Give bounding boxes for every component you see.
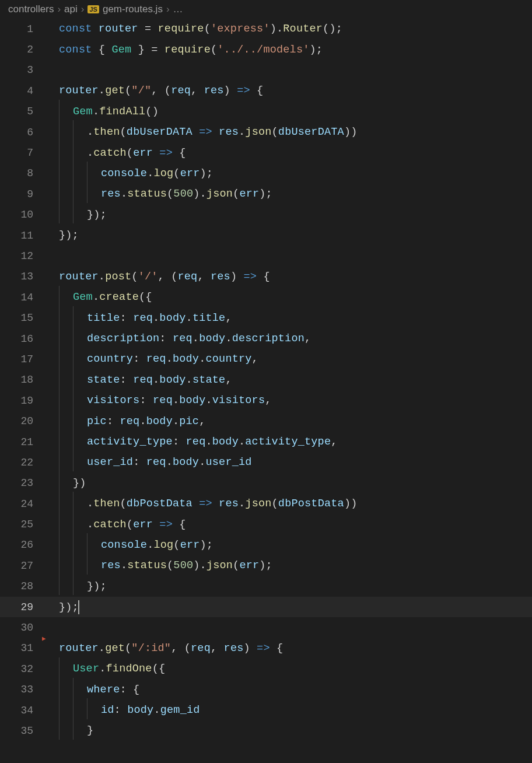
code-content[interactable]: }); — [59, 600, 79, 614]
code-content[interactable]: Gem.create({ — [73, 291, 152, 303]
line-number[interactable]: 24 — [0, 498, 38, 510]
code-line[interactable]: 30 — [0, 617, 532, 638]
code-editor[interactable]: 1const router = require('express').Route… — [0, 19, 532, 741]
fold-marker-icon[interactable]: ▶ — [42, 635, 46, 642]
line-number[interactable]: 34 — [0, 705, 38, 716]
code-content[interactable]: .catch(err => { — [87, 519, 186, 531]
breadcrumb-folder[interactable]: controllers — [8, 4, 54, 15]
code-content[interactable]: where: { — [87, 684, 139, 696]
code-line[interactable]: 35} — [0, 720, 532, 741]
code-line[interactable]: 12 — [0, 246, 532, 266]
line-number[interactable]: 20 — [0, 415, 38, 427]
code-line[interactable]: 24.then(dbPostData => res.json(dbPostDat… — [0, 494, 532, 514]
code-content[interactable]: router.get("/", (req, res) => { — [59, 85, 263, 97]
line-number[interactable]: 33 — [0, 684, 38, 695]
code-line[interactable]: 1const router = require('express').Route… — [0, 19, 532, 39]
code-line[interactable]: 14Gem.create({ — [0, 287, 532, 307]
breadcrumb-folder[interactable]: api — [64, 4, 78, 15]
code-line[interactable]: 6.then(dbUserDATA => res.json(dbUserDATA… — [0, 122, 532, 142]
line-number[interactable]: 4 — [0, 85, 38, 97]
code-line[interactable]: 31router.get("/:id", (req, res) => {▶ — [0, 638, 532, 659]
code-line[interactable]: 28}); — [0, 576, 532, 597]
code-line[interactable]: 2const { Gem } = require('../../models')… — [0, 39, 532, 60]
code-line[interactable]: 29}); — [0, 597, 532, 617]
code-content[interactable]: console.log(err); — [101, 539, 213, 551]
code-content[interactable]: country: req.body.country, — [87, 353, 258, 365]
line-number[interactable]: 21 — [0, 436, 38, 448]
code-line[interactable]: 13router.post('/', (req, res) => { — [0, 267, 532, 287]
code-content[interactable]: pic: req.body.pic, — [87, 415, 205, 428]
code-content[interactable]: res.status(500).json(err); — [101, 188, 272, 200]
code-content[interactable]: user_id: req.body.user_id — [87, 456, 252, 468]
code-line[interactable]: 4router.get("/", (req, res) => { — [0, 80, 532, 101]
breadcrumb-trailing[interactable]: … — [173, 4, 183, 15]
line-number[interactable]: 26 — [0, 539, 38, 551]
code-content[interactable]: }); — [87, 209, 107, 221]
line-number[interactable]: 15 — [0, 312, 38, 324]
code-line[interactable]: 22user_id: req.body.user_id — [0, 452, 532, 473]
line-number[interactable]: 8 — [0, 167, 38, 179]
code-line[interactable]: 8console.log(err); — [0, 163, 532, 184]
line-number[interactable]: 22 — [0, 457, 38, 468]
line-number[interactable]: 31 — [0, 642, 38, 654]
code-content[interactable]: .then(dbUserDATA => res.json(dbUserDATA)… — [87, 126, 358, 138]
line-number[interactable]: 19 — [0, 395, 38, 407]
line-number[interactable]: 32 — [0, 663, 38, 675]
line-number[interactable]: 27 — [0, 560, 38, 572]
code-content[interactable]: User.findOne({ — [73, 663, 165, 675]
breadcrumb[interactable]: controllers › api › JS gem-routes.js › … — [0, 0, 532, 19]
code-line[interactable]: 15title: req.body.title, — [0, 307, 532, 328]
code-line[interactable]: 5Gem.findAll() — [0, 102, 532, 122]
code-content[interactable]: }); — [59, 229, 79, 242]
code-content[interactable]: description: req.body.description, — [87, 332, 311, 345]
code-content[interactable]: const router = require('express').Router… — [59, 23, 342, 35]
line-number[interactable]: 17 — [0, 354, 38, 365]
line-number[interactable]: 35 — [0, 725, 38, 737]
line-number[interactable]: 18 — [0, 374, 38, 386]
line-number[interactable]: 2 — [0, 44, 38, 55]
line-number[interactable]: 12 — [0, 250, 38, 262]
code-line[interactable]: 21activity_type: req.body.activity_type, — [0, 432, 532, 452]
code-content[interactable]: .catch(err => { — [87, 147, 186, 159]
code-line[interactable]: 26console.log(err); — [0, 535, 532, 555]
code-content[interactable]: title: req.body.title, — [87, 312, 232, 324]
code-content[interactable]: Gem.findAll() — [73, 106, 159, 118]
line-number[interactable]: 23 — [0, 477, 38, 489]
code-content[interactable]: }); — [87, 580, 107, 593]
code-content[interactable]: visitors: req.body.visitors, — [87, 394, 272, 407]
code-content[interactable]: router.post('/', (req, res) => { — [59, 271, 270, 283]
line-number[interactable]: 29 — [0, 601, 38, 613]
code-line[interactable]: 33where: { — [0, 680, 532, 700]
line-number[interactable]: 1 — [0, 23, 38, 35]
code-content[interactable]: activity_type: req.body.activity_type, — [87, 436, 338, 448]
code-line[interactable]: 25.catch(err => { — [0, 514, 532, 534]
code-line[interactable]: 27res.status(500).json(err); — [0, 555, 532, 576]
line-number[interactable]: 16 — [0, 333, 38, 345]
code-line[interactable]: 3 — [0, 60, 532, 80]
code-content[interactable]: state: req.body.state, — [87, 374, 232, 386]
code-content[interactable]: } — [87, 724, 93, 737]
line-number[interactable]: 5 — [0, 106, 38, 117]
line-number[interactable]: 3 — [0, 64, 38, 76]
line-number[interactable]: 30 — [0, 622, 38, 634]
line-number[interactable]: 13 — [0, 271, 38, 282]
code-content[interactable]: }) — [73, 477, 86, 489]
line-number[interactable]: 6 — [0, 127, 38, 138]
code-line[interactable]: 11}); — [0, 225, 532, 246]
code-line[interactable]: 23}) — [0, 473, 532, 494]
code-line[interactable]: 34id: body.gem_id — [0, 700, 532, 720]
code-line[interactable]: 7.catch(err => { — [0, 142, 532, 163]
code-content[interactable]: router.get("/:id", (req, res) => { — [59, 642, 283, 654]
code-line[interactable]: 17country: req.body.country, — [0, 349, 532, 369]
line-number[interactable]: 10 — [0, 209, 38, 220]
code-content[interactable]: console.log(err); — [101, 167, 213, 180]
code-line[interactable]: 9res.status(500).json(err); — [0, 184, 532, 204]
line-number[interactable]: 25 — [0, 519, 38, 530]
code-content[interactable]: .then(dbPostData => res.json(dbPostData)… — [87, 498, 358, 510]
code-line[interactable]: 32User.findOne({ — [0, 659, 532, 679]
code-line[interactable]: 10}); — [0, 205, 532, 225]
code-content[interactable]: id: body.gem_id — [101, 704, 200, 716]
line-number[interactable]: 28 — [0, 580, 38, 592]
line-number[interactable]: 11 — [0, 230, 38, 242]
line-number[interactable]: 9 — [0, 188, 38, 200]
